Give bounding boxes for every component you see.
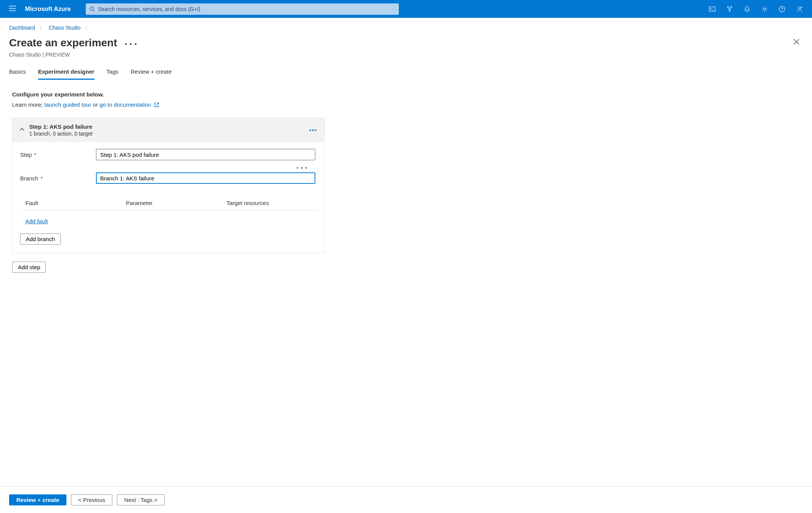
svg-rect-1 (709, 7, 715, 11)
svg-point-0 (90, 7, 94, 10)
add-fault-row: Add fault (25, 218, 316, 224)
header-icons (703, 0, 808, 18)
step-more-button[interactable]: ••• (309, 127, 317, 133)
notifications-icon[interactable] (738, 0, 756, 18)
azure-header: Microsoft Azure (0, 0, 812, 18)
chevron-right-icon: 〉 (85, 25, 90, 31)
configure-heading: Configure your experiment below. (12, 91, 803, 98)
step-label: Step * (20, 152, 96, 158)
help-icon[interactable] (773, 0, 791, 18)
th-target-resources: Target resources (227, 200, 327, 206)
search-input[interactable] (98, 6, 395, 12)
close-icon (793, 38, 800, 45)
branch-label: Branch * (20, 175, 96, 182)
branch-name-input[interactable] (96, 172, 315, 184)
page-header: Create an experiment ● ● ● (0, 32, 812, 50)
add-fault-link[interactable]: Add fault (25, 218, 48, 224)
step-header: Step 1: AKS pod failure 1 branch, 0 acti… (13, 118, 324, 142)
search-icon (90, 6, 95, 12)
directory-filter-icon[interactable] (721, 0, 738, 18)
search-box[interactable] (86, 3, 399, 15)
add-branch-button[interactable]: Add branch (20, 234, 61, 245)
chevron-right-icon: 〉 (39, 25, 44, 31)
page-title: Create an experiment (9, 37, 117, 49)
tab-basics[interactable]: Basics (9, 65, 26, 80)
launch-guided-tour-link[interactable]: launch guided tour (44, 101, 91, 108)
or-text: or (91, 101, 99, 108)
chevron-up-icon (19, 127, 25, 132)
add-step-button[interactable]: Add step (12, 262, 46, 273)
step-card: Step 1: AKS pod failure 1 branch, 0 acti… (12, 118, 324, 253)
svg-point-2 (764, 8, 766, 10)
brand-label[interactable]: Microsoft Azure (21, 6, 78, 13)
th-parameter: Parameter (126, 200, 227, 206)
hamburger-icon (9, 6, 16, 11)
learn-more-line: Learn more; launch guided tour or go to … (12, 101, 803, 109)
breadcrumb: Dashboard 〉 Chaos Studio 〉 (0, 18, 812, 32)
content: Configure your experiment below. Learn m… (0, 80, 812, 282)
step-body: Step * • • • Branch * Fault Parameter Ta… (13, 142, 324, 253)
learn-prefix: Learn more; (12, 101, 44, 108)
page-subtitle: Chaos Studio | PREVIEW (0, 50, 812, 65)
tabs: Basics Experiment designer Tags Review +… (0, 65, 812, 80)
tab-experiment-designer[interactable]: Experiment designer (38, 65, 94, 80)
breadcrumb-dashboard[interactable]: Dashboard (9, 25, 35, 31)
step-summary: 1 branch, 0 action, 0 target (29, 131, 309, 137)
cloud-shell-icon[interactable] (703, 0, 721, 18)
tab-review-create[interactable]: Review + create (131, 65, 172, 80)
step-input-row: Step * (20, 149, 316, 160)
collapse-toggle[interactable] (19, 127, 25, 133)
external-link-icon (154, 102, 159, 109)
breadcrumb-chaos-studio[interactable]: Chaos Studio (49, 25, 80, 31)
th-fault: Fault (25, 200, 126, 206)
settings-icon[interactable] (756, 0, 773, 18)
more-icon[interactable]: ● ● ● (125, 39, 138, 46)
hamburger-menu[interactable] (4, 3, 21, 15)
tab-tags[interactable]: Tags (107, 65, 119, 80)
svg-point-4 (798, 7, 801, 9)
close-button[interactable] (790, 35, 803, 50)
branch-input-row: Branch * (20, 172, 316, 184)
fault-table-header: Fault Parameter Target resources (20, 191, 316, 210)
documentation-link[interactable]: go to documentation (99, 101, 151, 108)
branch-more-button[interactable]: • • • (297, 166, 308, 171)
step-title: Step 1: AKS pod failure (29, 123, 309, 130)
feedback-icon[interactable] (791, 0, 808, 18)
step-name-input[interactable] (96, 149, 315, 160)
